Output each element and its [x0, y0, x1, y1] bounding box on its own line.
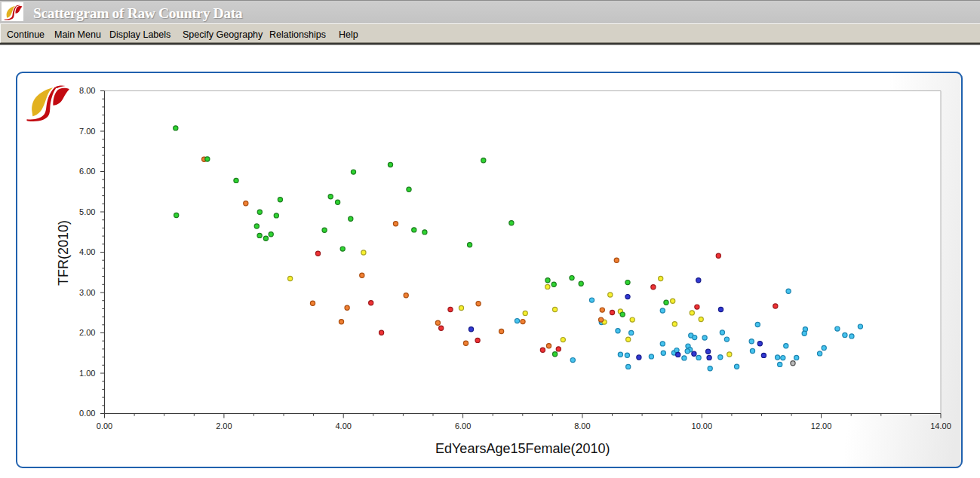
svg-text:2.00: 2.00 — [216, 421, 232, 431]
svg-text:6.00: 6.00 — [79, 167, 95, 176]
svg-text:2.00: 2.00 — [79, 328, 95, 337]
svg-text:0.00: 0.00 — [79, 409, 95, 418]
svg-text:4.00: 4.00 — [79, 247, 95, 256]
svg-text:6.00: 6.00 — [455, 421, 471, 431]
svg-text:1.00: 1.00 — [79, 369, 95, 378]
svg-text:0.00: 0.00 — [97, 421, 112, 431]
svg-text:4.00: 4.00 — [335, 421, 351, 431]
svg-text:12.00: 12.00 — [811, 421, 832, 431]
svg-text:14.00: 14.00 — [930, 421, 951, 431]
svg-text:10.00: 10.00 — [692, 421, 713, 431]
svg-text:3.00: 3.00 — [79, 288, 95, 297]
svg-text:8.00: 8.00 — [574, 421, 590, 431]
svg-text:TFR(2010): TFR(2010) — [56, 220, 71, 286]
svg-text:5.00: 5.00 — [79, 207, 95, 216]
svg-text:7.00: 7.00 — [79, 127, 95, 136]
svg-text:8.00: 8.00 — [79, 86, 95, 95]
svg-text:EdYearsAge15Female(2010): EdYearsAge15Female(2010) — [435, 441, 610, 456]
